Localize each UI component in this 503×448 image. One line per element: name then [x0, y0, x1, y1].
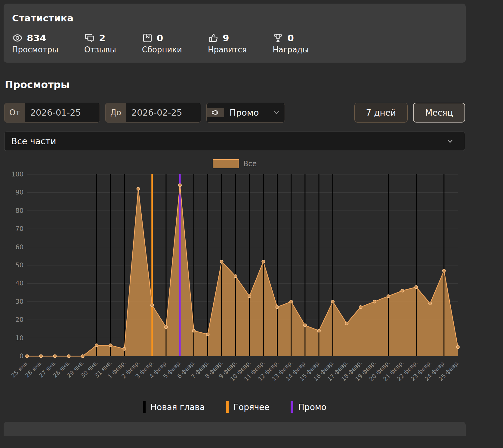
- next-section-card: [4, 422, 466, 436]
- stat-likes: 9 Нравится: [208, 33, 247, 54]
- trophy-icon: [273, 33, 283, 43]
- date-to-group: До: [105, 103, 201, 123]
- legend-item-new-chapter: Новая глава: [143, 401, 205, 413]
- views-chart: 010203040506070809010025 янв.26 янв.27 я…: [4, 170, 466, 401]
- chevron-down-icon: [273, 109, 285, 117]
- promo-marker-label: Промо: [298, 402, 326, 412]
- promo-marker-swatch: [291, 401, 293, 413]
- megaphone-icon: [207, 108, 224, 117]
- svg-text:80: 80: [15, 207, 23, 214]
- series-legend-label: Все: [243, 160, 257, 168]
- stat-awards: 0 Награды: [273, 33, 309, 54]
- views-area-chart: 010203040506070809010025 янв.26 янв.27 я…: [4, 170, 461, 401]
- svg-text:40: 40: [15, 280, 23, 287]
- marker-filter-value: Промо: [224, 107, 273, 118]
- stat-collections: 0 Сборники: [142, 33, 182, 54]
- eye-icon: [12, 33, 23, 43]
- stat-views: 834 Просмотры: [12, 33, 58, 54]
- svg-text:100: 100: [11, 171, 23, 178]
- thumbs-up-icon: [208, 33, 219, 43]
- parts-select-value: Все части: [11, 136, 56, 146]
- svg-text:30: 30: [15, 298, 23, 305]
- parts-select[interactable]: Все части: [4, 132, 465, 151]
- marker-filter-select[interactable]: Промо: [206, 103, 285, 123]
- hot-marker-swatch: [226, 401, 229, 413]
- stat-awards-label: Награды: [273, 45, 309, 54]
- svg-text:60: 60: [15, 244, 23, 251]
- svg-text:70: 70: [15, 225, 23, 232]
- collections-icon: [142, 33, 153, 43]
- statistics-card: Статистика 834 Просмотры: [4, 4, 466, 63]
- stat-views-label: Просмотры: [12, 45, 58, 54]
- range-7days-button[interactable]: 7 дней: [354, 103, 408, 123]
- date-to-label: До: [106, 103, 126, 122]
- chart-controls: От До Промо 7 дней Месяц: [4, 103, 465, 123]
- series-legend-swatch: [213, 159, 239, 168]
- statistics-page: Статистика 834 Просмотры: [4, 0, 466, 436]
- stat-likes-label: Нравится: [208, 45, 247, 54]
- svg-text:20: 20: [15, 316, 23, 323]
- stat-views-value: 834: [27, 33, 46, 43]
- stat-collections-label: Сборники: [142, 45, 182, 54]
- new-chapter-marker-label: Новая глава: [150, 402, 205, 412]
- svg-text:10: 10: [15, 334, 23, 342]
- range-month-button[interactable]: Месяц: [413, 103, 465, 123]
- comments-icon: [84, 33, 95, 43]
- svg-text:50: 50: [15, 262, 23, 269]
- chevron-down-icon: [446, 137, 458, 145]
- svg-text:90: 90: [15, 189, 23, 196]
- stat-collections-value: 0: [157, 33, 163, 43]
- stats-row: 834 Просмотры 2 Отзывы: [12, 33, 457, 54]
- legend-item-hot: Горячее: [226, 401, 270, 413]
- statistics-title: Статистика: [12, 13, 457, 23]
- date-from-input[interactable]: [25, 103, 100, 122]
- date-from-group: От: [4, 103, 100, 123]
- stat-comments-value: 2: [99, 33, 106, 43]
- views-section-title: Просмотры: [5, 79, 464, 91]
- stat-awards-value: 0: [287, 33, 294, 43]
- date-from-label: От: [5, 103, 25, 122]
- chart-series-legend: Все: [4, 159, 466, 168]
- marker-legend: Новая глава Горячее Промо: [4, 401, 466, 413]
- svg-text:0: 0: [20, 353, 23, 360]
- stat-comments-label: Отзывы: [84, 45, 116, 54]
- stat-likes-value: 9: [223, 33, 229, 43]
- date-to-input[interactable]: [126, 103, 201, 122]
- stat-comments: 2 Отзывы: [84, 33, 116, 54]
- legend-item-promo: Промо: [291, 401, 326, 413]
- hot-marker-label: Горячее: [233, 402, 270, 412]
- new-chapter-marker-swatch: [143, 401, 146, 413]
